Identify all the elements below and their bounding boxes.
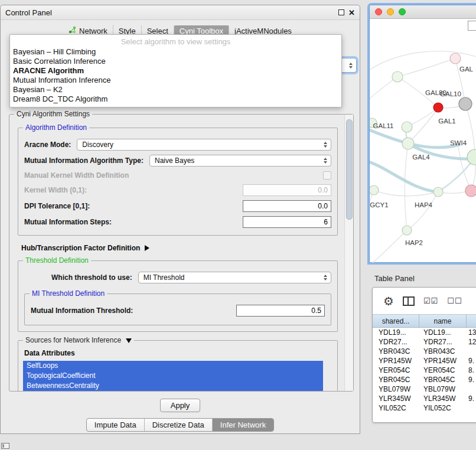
node-gal11[interactable]: [402, 122, 412, 132]
attribute-list: SelfLoops TopologicalCoefficient Between…: [23, 361, 323, 391]
tab-infer-network[interactable]: Infer Network: [213, 419, 273, 431]
algorithm-option-dream8[interactable]: Dream8 DC_TDC Algorithm: [10, 94, 341, 104]
node-pink-top[interactable]: [450, 53, 461, 64]
mi-type-row: Mutual Information Algorithm Type: Naive…: [24, 154, 331, 167]
sources-group-title[interactable]: Sources for Network Inference: [23, 336, 134, 344]
mi-threshold-field[interactable]: [236, 305, 325, 317]
restore-panel-icon[interactable]: [1, 443, 9, 449]
cell-value: 13: [467, 328, 476, 337]
cell-shared: YBR045C: [373, 376, 419, 384]
zoom-traffic-light[interactable]: [399, 8, 406, 15]
cell-value: 12: [467, 338, 476, 346]
label-swi4: SWI4: [450, 139, 467, 146]
close-traffic-light[interactable]: [375, 8, 382, 15]
settings-content: Algorithm Definition Aracne Mode: Discov…: [9, 115, 345, 391]
algorithm-option-bayesian-hill-climbing[interactable]: Bayesian – Hill Climbing: [10, 47, 341, 57]
node-pink-right[interactable]: [465, 185, 476, 197]
node-gal4[interactable]: [402, 138, 414, 149]
attribute-item-betweennesscentrality[interactable]: BetweennessCentrality: [23, 381, 323, 391]
label-gal4: GAL4: [412, 154, 430, 161]
cyni-algorithm-settings-group: Cyni Algorithm Settings Algorithm Defini…: [9, 114, 354, 392]
manual-kernel-label: Manual Kernel Width Definition: [24, 171, 129, 180]
network-window-titlebar[interactable]: [370, 5, 476, 19]
table-row[interactable]: YDL19... YDL19... 13: [373, 328, 476, 337]
aracne-mode-row: Aracne Mode: Discovery: [24, 138, 331, 151]
deselect-all-rows-icon[interactable]: ☐☐: [447, 296, 462, 305]
algorithm-option-aracne[interactable]: ARACNE Algorithm: [10, 66, 341, 76]
minimize-traffic-light[interactable]: [387, 8, 394, 15]
node-gcy1[interactable]: [370, 185, 379, 195]
which-threshold-value: MI Threshold: [144, 273, 324, 282]
hub-definition-toggle[interactable]: Hub/Transcription Factor Definition: [21, 244, 337, 252]
table-row[interactable]: YBR045C YBR045C 9.: [373, 375, 476, 384]
mi-type-select[interactable]: Naive Bayes: [149, 155, 331, 167]
label-gcy1: GCY1: [370, 201, 388, 208]
apply-button[interactable]: Apply: [160, 399, 201, 412]
settings-scrollbar[interactable]: [344, 115, 353, 391]
which-threshold-select[interactable]: MI Threshold: [138, 272, 331, 283]
table-row[interactable]: YDR27... YDR27... 12: [373, 337, 476, 347]
dpi-tolerance-field[interactable]: [243, 200, 331, 212]
manual-kernel-checkbox[interactable]: [323, 171, 331, 180]
algorithm-option-mutual-information[interactable]: Mutual Information Inference: [10, 76, 341, 85]
cell-name: YDR27...: [419, 338, 467, 346]
mi-steps-label: Mutual Information Steps:: [24, 218, 112, 226]
cell-shared: YPR145W: [373, 357, 419, 365]
dpi-tolerance-label: DPI Tolerance [0,1]:: [24, 202, 90, 210]
cell-name: YPR145W: [419, 357, 467, 365]
column-header-shared-name[interactable]: shared...: [373, 315, 419, 327]
label-hap4: HAP4: [415, 201, 433, 208]
attribute-item-topologicalcoefficient[interactable]: TopologicalCoefficient: [23, 371, 323, 381]
mi-threshold-group-title: MI Threshold Definition: [30, 289, 107, 298]
algorithm-definition-title: Algorithm Definition: [23, 123, 89, 132]
network-view-window: GAL80 GAL GAL10 GAL11 GAL1 SWI4 GAL4 GCY…: [369, 5, 476, 263]
control-panel-titlebar[interactable]: Control Panel ✕: [1, 5, 360, 20]
mi-steps-field[interactable]: [243, 216, 331, 228]
table-settings-gear-icon[interactable]: ⚙: [383, 295, 394, 307]
hub-definition-label: Hub/Transcription Factor Definition: [21, 244, 140, 252]
apply-row: Apply: [1, 399, 360, 412]
tab-discretize-data[interactable]: Discretize Data: [145, 419, 213, 431]
network-canvas[interactable]: GAL80 GAL GAL10 GAL11 GAL1 SWI4 GAL4 GCY…: [370, 19, 476, 263]
table-row[interactable]: YBL079W YBL079W: [373, 384, 476, 394]
table-toolbar: ⚙ ☑☑ ☐☐: [373, 288, 476, 314]
float-window-icon[interactable]: [338, 9, 344, 15]
node-green-topleft[interactable]: [392, 71, 403, 82]
cell-value: 9.: [467, 394, 476, 403]
cell-shared: YDL19...: [373, 328, 419, 337]
cell-value: 9.: [467, 357, 476, 365]
select-all-rows-icon[interactable]: ☑☑: [423, 296, 438, 305]
column-visibility-icon[interactable]: [403, 296, 415, 306]
column-header-name[interactable]: name: [419, 315, 467, 327]
table-row[interactable]: YPR145W YPR145W 9.: [373, 356, 476, 366]
table-row[interactable]: YER054C YER054C 8.: [373, 366, 476, 375]
label-gal-cut: GAL: [459, 66, 474, 73]
attribute-item-selfloops[interactable]: SelfLoops: [23, 361, 323, 371]
node-gal1-gray[interactable]: [459, 97, 472, 110]
kernel-width-field: [243, 184, 331, 196]
scrollbar-thumb[interactable]: [346, 119, 353, 220]
table-row[interactable]: YLR345W YLR345W 9.: [373, 394, 476, 403]
label-hap2: HAP2: [405, 239, 423, 246]
algorithm-option-bayesian-k2[interactable]: Bayesian – K2: [10, 85, 341, 94]
window-controls: ✕: [338, 9, 355, 17]
aracne-mode-select[interactable]: Discovery: [77, 139, 331, 151]
node-hap2[interactable]: [402, 226, 412, 235]
table-row[interactable]: YIL052C YIL052C: [373, 403, 476, 413]
node-green-right[interactable]: [467, 149, 476, 165]
node-gal10-red[interactable]: [433, 103, 443, 112]
cell-value: 8.: [467, 366, 476, 374]
label-gal1: GAL1: [438, 118, 455, 125]
data-attributes-label: Data Attributes: [24, 349, 332, 357]
label-gal11: GAL11: [373, 122, 394, 129]
close-window-icon[interactable]: ✕: [348, 9, 355, 17]
column-header-cut[interactable]: [467, 315, 476, 327]
birdseye-view-button[interactable]: [468, 21, 476, 31]
dropdown-prompt: Select algorithm to view settings: [10, 36, 341, 47]
node-hap4[interactable]: [433, 187, 443, 197]
tab-impute-data[interactable]: Impute Data: [87, 419, 145, 431]
table-row[interactable]: YBR043C YBR043C: [373, 347, 476, 356]
aracne-mode-label: Aracne Mode:: [24, 141, 71, 149]
algorithm-option-basic-correlation[interactable]: Basic Correlation Inference: [10, 57, 341, 66]
cell-shared: YDR27...: [373, 338, 419, 346]
